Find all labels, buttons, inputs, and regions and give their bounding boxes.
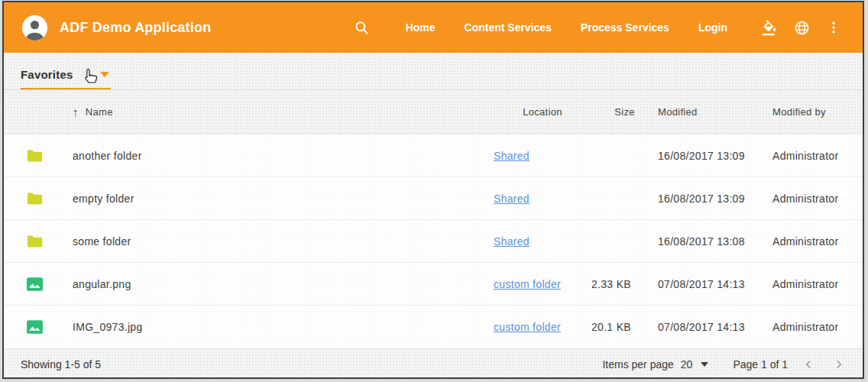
favorites-label: Favorites (21, 68, 73, 81)
table-row[interactable]: IMG_0973.jpg custom folder 20.1 KB 07/08… (4, 306, 863, 348)
file-name: some folder (73, 235, 494, 248)
folder-icon (27, 192, 43, 206)
column-header-modified[interactable]: Modified (658, 106, 772, 118)
search-icon[interactable] (353, 17, 371, 38)
modified-by: Administrator (772, 321, 858, 333)
previous-page-button[interactable] (798, 354, 818, 374)
app-window: ADF Demo Application Home Content Servic… (2, 1, 864, 379)
table-row[interactable]: angular.png custom folder 2.33 KB 07/08/… (4, 263, 863, 306)
pagination-bar: Showing 1-5 of 5 Items per page 20 Page … (4, 348, 863, 379)
location-link[interactable]: custom folder (494, 278, 561, 290)
app-title: ADF Demo Application (60, 20, 211, 36)
file-name: another folder (73, 150, 494, 162)
avatar[interactable] (22, 15, 47, 40)
table-row[interactable]: empty folder Shared 16/08/2017 13:09 Adm… (4, 177, 863, 220)
modified-by: Administrator (772, 278, 858, 290)
modified-date: 07/08/2017 14:13 (658, 278, 772, 290)
showing-count: Showing 1-5 of 5 (21, 358, 101, 371)
items-per-page-label: Items per page (602, 358, 673, 371)
next-page-button[interactable] (829, 354, 849, 374)
location-link[interactable]: Shared (494, 235, 530, 248)
dropdown-caret-icon (100, 72, 109, 77)
file-size: 20.1 KB (591, 321, 658, 333)
chevron-left-icon (802, 358, 815, 371)
modified-date: 16/08/2017 13:09 (658, 193, 772, 205)
modified-by: Administrator (772, 235, 858, 248)
header-nav: Home Content Services Process Services L… (353, 17, 843, 38)
table-header-row: ↑ Name Location Size Modified Modified b… (4, 90, 863, 134)
user-icon (22, 15, 47, 40)
document-list: ↑ Name Location Size Modified Modified b… (4, 90, 863, 348)
table-row[interactable]: another folder Shared 16/08/2017 13:09 A… (4, 134, 863, 177)
modified-by: Administrator (772, 150, 858, 162)
file-name: empty folder (73, 193, 494, 205)
modified-date: 16/08/2017 13:08 (658, 235, 772, 248)
nav-home[interactable]: Home (406, 21, 436, 34)
folder-icon (27, 149, 43, 163)
location-link[interactable]: custom folder (494, 321, 561, 333)
column-header-size[interactable]: Size (591, 106, 658, 118)
nav-process-services[interactable]: Process Services (581, 21, 669, 34)
chevron-right-icon (833, 358, 845, 371)
file-name: angular.png (73, 278, 494, 290)
more-vert-icon[interactable] (824, 17, 843, 38)
language-globe-icon[interactable] (792, 17, 811, 38)
column-header-modified-by[interactable]: Modified by (772, 106, 858, 118)
table-row[interactable]: some folder Shared 16/08/2017 13:08 Admi… (4, 220, 863, 263)
items-per-page-select[interactable]: Items per page 20 (602, 358, 708, 371)
page-status: Page 1 of 1 (733, 358, 788, 371)
column-header-name[interactable]: ↑ Name (73, 105, 494, 118)
modified-by: Administrator (772, 193, 858, 205)
sort-ascending-icon: ↑ (73, 105, 79, 118)
image-icon (27, 277, 43, 291)
column-header-location[interactable]: Location (494, 106, 591, 118)
nav-content-services[interactable]: Content Services (465, 21, 552, 34)
format-color-fill-icon[interactable] (760, 17, 779, 38)
items-per-page-value: 20 (681, 358, 693, 371)
image-icon (27, 320, 43, 334)
app-header: ADF Demo Application Home Content Servic… (4, 2, 863, 53)
folder-icon (27, 235, 43, 248)
view-selector-bar: Favorites (4, 53, 863, 90)
nav-login[interactable]: Login (698, 21, 727, 34)
modified-date: 16/08/2017 13:09 (658, 150, 772, 162)
dropdown-caret-icon (701, 362, 708, 367)
location-link[interactable]: Shared (494, 150, 530, 162)
mouse-cursor-icon (81, 68, 99, 89)
file-name: IMG_0973.jpg (73, 321, 494, 333)
file-size: 2.33 KB (591, 278, 658, 290)
modified-date: 07/08/2017 14:13 (658, 321, 772, 333)
location-link[interactable]: Shared (494, 193, 530, 205)
